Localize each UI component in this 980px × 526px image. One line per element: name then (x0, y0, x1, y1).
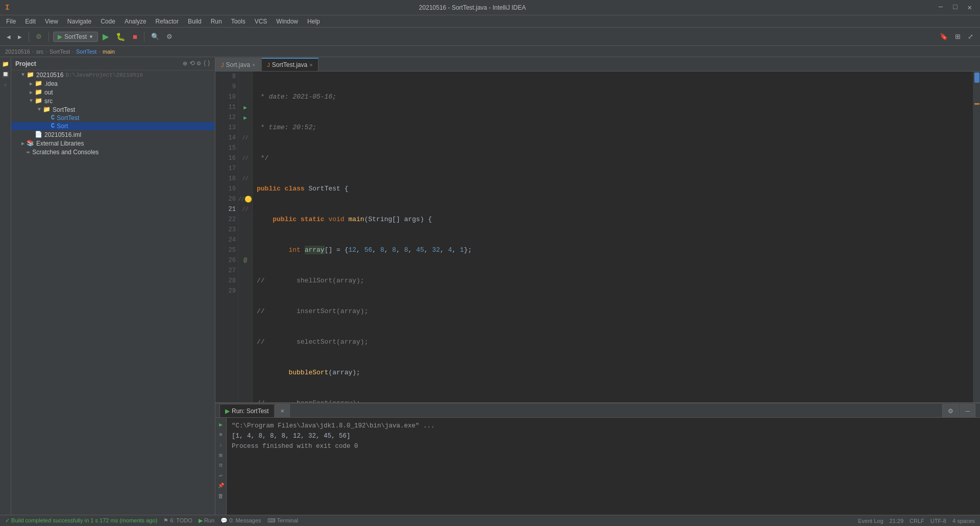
file-encoding[interactable]: UTF-8 (930, 518, 946, 524)
menu-build[interactable]: Build (184, 17, 206, 26)
menu-tools[interactable]: Tools (227, 17, 250, 26)
breakpoint-14[interactable]: // (242, 135, 248, 141)
add-icon[interactable]: ⊕ (183, 59, 187, 68)
run-trash-button[interactable]: 🗑 (216, 491, 226, 500)
tree-arrow-out[interactable]: ▶ (28, 89, 35, 95)
run-pin-button[interactable]: 📌 (216, 481, 226, 490)
tab-sorttest-java[interactable]: J SortTest.java × (261, 58, 318, 71)
layout-button[interactable]: ⊞ (952, 31, 963, 42)
tree-arrow-ext-libs[interactable]: ▶ (19, 140, 27, 147)
gear-icon[interactable]: ⚙ (197, 59, 201, 68)
run-arrow-11[interactable]: ▶ (243, 104, 247, 111)
sort-java-close[interactable]: × (252, 62, 255, 68)
search-everywhere-button[interactable]: 🔍 (149, 31, 162, 42)
run-arrow-12[interactable]: ▶ (243, 114, 247, 121)
tree-item-ext-libs[interactable]: ▶ 📚 External Libraries (11, 139, 215, 148)
run-tab-close-icon[interactable]: × (281, 408, 284, 415)
indent-settings[interactable]: 4 spaces (952, 518, 975, 524)
run-button[interactable]: ▶ (100, 30, 111, 43)
run-tab-close[interactable]: × (275, 404, 290, 417)
tree-arrow-idea[interactable]: ▶ (28, 81, 35, 87)
window-controls[interactable]: ─ □ ✕ (936, 2, 975, 13)
tree-item-sort-class[interactable]: C Sort (11, 122, 215, 130)
tree-item-idea[interactable]: ▶ 📁 .idea (11, 79, 215, 88)
run-config-dropdown-icon[interactable]: ▼ (89, 34, 93, 39)
breadcrumb-sorttest-class[interactable]: SortTest (76, 49, 96, 55)
run-tab[interactable]: ▶ Run: SortTest (219, 404, 275, 417)
breakpoint-16[interactable]: // (242, 156, 248, 161)
favorites-tool-button[interactable]: ☆ (1, 80, 10, 89)
run-rerun-button[interactable]: ▶ (216, 420, 226, 429)
run-stop-button[interactable]: ■ (216, 430, 226, 439)
tree-arrow-sorttest-pkg[interactable]: ▼ (36, 107, 43, 112)
code-line-9: * time: 20:52; (257, 123, 969, 133)
structure-tool-button[interactable]: 🔲 (1, 69, 10, 79)
settings-button[interactable]: ⚙ (164, 31, 175, 42)
sidebar-header: Project ⊕ ⟲ ⚙ ⟨⟩ (11, 57, 215, 70)
forward-button[interactable]: ▸ (15, 31, 24, 43)
breadcrumb-src[interactable]: src (36, 49, 44, 55)
tab-sort-java[interactable]: J Sort.java × (215, 58, 261, 71)
bottom-tab-bar: ▶ Run: SortTest × ⚙ ─ (215, 403, 980, 418)
stop-button[interactable]: ■ (130, 31, 140, 42)
messages-button[interactable]: 💬 0: Messages (220, 517, 261, 524)
tree-label-sort: Sort (57, 123, 68, 130)
run-config[interactable]: ▶ SortTest ▼ (53, 32, 98, 42)
tree-item-sorttest-pkg[interactable]: ▼ 📁 SortTest (11, 105, 215, 114)
right-scrollbar[interactable] (973, 71, 980, 402)
todo-button[interactable]: ⚑ 6: TODO (163, 517, 192, 524)
menu-code[interactable]: Code (96, 17, 119, 26)
run-filter-button[interactable]: ⊟ (216, 461, 226, 470)
cursor-position[interactable]: 21:29 (890, 518, 904, 524)
tree-item-out[interactable]: ▶ 📁 out (11, 88, 215, 97)
maximize-button[interactable]: □ (950, 2, 960, 13)
menu-vcs[interactable]: VCS (251, 17, 272, 26)
menu-refactor[interactable]: Refactor (152, 17, 183, 26)
menu-view[interactable]: View (41, 17, 62, 26)
tree-item-src[interactable]: ▼ 📁 src (11, 97, 215, 105)
close-button[interactable]: ✕ (965, 2, 975, 13)
build-status[interactable]: ✓ Build completed successfully in 1 s 17… (5, 517, 157, 524)
gutter-11[interactable]: ▶ (238, 102, 252, 112)
menu-window[interactable]: Window (272, 17, 302, 26)
menu-help[interactable]: Help (303, 17, 324, 26)
breadcrumb-sorttest-pkg[interactable]: SortTest (50, 49, 70, 55)
run-settings-btn[interactable]: ⚙ (942, 404, 959, 417)
debug-button[interactable]: 🐛 (113, 31, 128, 43)
tree-item-20210516[interactable]: ▼ 📁 20210516 D:\JavaProject\20210516 (11, 70, 215, 79)
line-ending[interactable]: CRLF (910, 518, 924, 524)
build-button[interactable]: ⚙ (33, 31, 44, 42)
ln-28: 28 (217, 276, 236, 286)
back-button[interactable]: ◂ (4, 31, 13, 43)
sorttest-java-close[interactable]: × (309, 62, 312, 68)
line-numbers: 8 9 10 11 12 13 14 15 16 17 18 19 20 21 … (215, 71, 238, 402)
run-scroll-end-button[interactable]: ↓ (216, 440, 226, 449)
terminal-button[interactable]: ⌨ Terminal (267, 517, 298, 524)
project-tool-button[interactable]: 📁 (1, 59, 10, 68)
breadcrumb-main[interactable]: main (103, 49, 115, 55)
tree-item-sorttest-class[interactable]: C SortTest (11, 114, 215, 122)
expand-icon[interactable]: ⟨⟩ (203, 59, 211, 68)
gutter-12[interactable]: ▶ (238, 112, 252, 123)
menu-analyze[interactable]: Analyze (120, 17, 151, 26)
menu-navigate[interactable]: Navigate (63, 17, 95, 26)
run-compare-button[interactable]: ⊞ (216, 450, 226, 460)
run-minimize-btn[interactable]: ─ (960, 404, 975, 417)
breadcrumb-project[interactable]: 20210516 (5, 49, 30, 55)
code-area[interactable]: * date: 2021-05-16; * time: 20:52; */ pu… (253, 71, 973, 402)
run-status-button[interactable]: ▶ Run (199, 517, 214, 524)
tree-arrow-src[interactable]: ▼ (28, 98, 35, 104)
minimize-button[interactable]: ─ (936, 2, 946, 13)
tree-arrow-20210516[interactable]: ▼ (19, 72, 27, 78)
tree-item-iml[interactable]: 📄 20210516.iml (11, 130, 215, 139)
bookmarks-button[interactable]: 🔖 (937, 31, 950, 42)
expand-button[interactable]: ⤢ (965, 31, 976, 42)
sync-icon[interactable]: ⟲ (189, 59, 195, 68)
menu-file[interactable]: File (2, 17, 20, 26)
event-log-button[interactable]: Event Log (858, 518, 884, 524)
menu-edit[interactable]: Edit (21, 17, 40, 26)
tree-item-scratches[interactable]: ✏️ Scratches and Consoles (11, 148, 215, 156)
run-softrap-button[interactable]: ↩ (216, 471, 226, 480)
menu-run[interactable]: Run (207, 17, 226, 26)
comment-marker-18: // (242, 176, 248, 182)
